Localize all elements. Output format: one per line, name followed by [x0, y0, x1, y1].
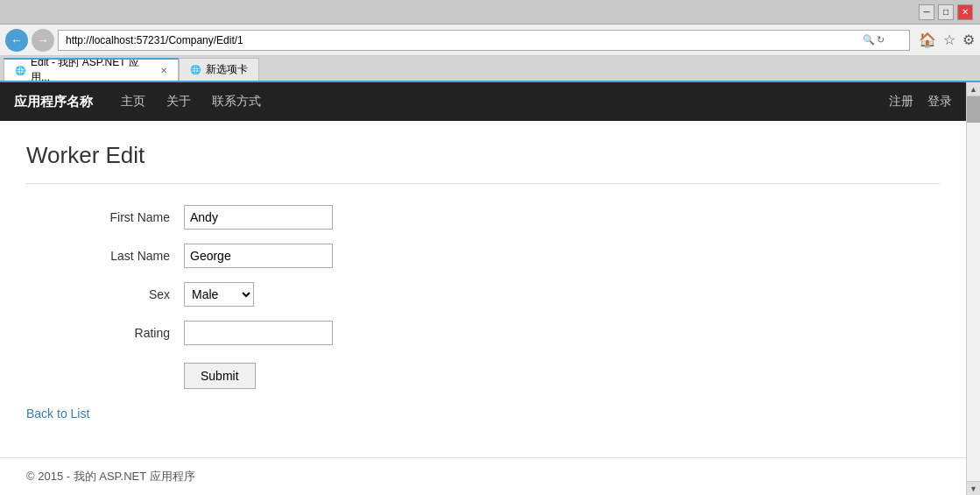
- footer-text: © 2015 - 我的 ASP.NET 应用程序: [26, 470, 195, 483]
- maximize-button[interactable]: □: [938, 4, 954, 20]
- toolbar-right: 🏠 ☆ ⚙: [919, 32, 975, 48]
- nav-about[interactable]: 关于: [166, 94, 191, 110]
- submit-row: Submit: [26, 359, 940, 389]
- settings-icon[interactable]: ⚙: [962, 32, 975, 48]
- page-footer: © 2015 - 我的 ASP.NET 应用程序: [0, 457, 966, 495]
- first-name-row: First Name: [26, 205, 940, 230]
- main-page: Worker Edit First Name Last Name Sex Mal…: [0, 121, 966, 457]
- tab-edit[interactable]: 🌐 Edit - 我的 ASP.NET 应用... ✕: [4, 58, 179, 81]
- first-name-label: First Name: [26, 210, 184, 224]
- tab-label-new: 新选项卡: [206, 62, 248, 77]
- browser-tabs: 🌐 Edit - 我的 ASP.NET 应用... ✕ 🌐 新选项卡: [0, 56, 980, 82]
- nav-contact[interactable]: 联系方式: [212, 94, 261, 110]
- nav-register[interactable]: 注册: [889, 94, 913, 110]
- tab-new[interactable]: 🌐 新选项卡: [179, 58, 259, 81]
- sex-row: Sex Male Female: [26, 282, 940, 307]
- browser-toolbar: ← → 🔍 ↻ 🏠 ☆ ⚙: [0, 25, 980, 56]
- sex-select[interactable]: Male Female: [184, 282, 254, 307]
- refresh-icon[interactable]: ↻: [877, 34, 885, 46]
- scrollbar-thumb[interactable]: [967, 96, 980, 123]
- last-name-row: Last Name: [26, 244, 940, 268]
- page-content: 应用程序名称 主页 关于 联系方式 注册 登录 Worker Edit Firs…: [0, 82, 966, 495]
- browser-titlebar: ─ □ ✕: [0, 0, 980, 25]
- app-navbar: 应用程序名称 主页 关于 联系方式 注册 登录: [0, 82, 966, 121]
- url-input[interactable]: [66, 34, 859, 46]
- back-button[interactable]: ←: [5, 29, 28, 52]
- app-brand: 应用程序名称: [14, 94, 93, 110]
- window-controls[interactable]: ─ □ ✕: [919, 4, 973, 20]
- back-to-list-link[interactable]: Back to List: [26, 407, 940, 421]
- tab-label-edit: Edit - 我的 ASP.NET 应用...: [31, 58, 152, 81]
- address-bar[interactable]: 🔍 ↻: [58, 30, 910, 51]
- scrollbar-down[interactable]: ▼: [967, 481, 980, 495]
- divider: [26, 183, 940, 184]
- minimize-button[interactable]: ─: [919, 4, 934, 20]
- home-icon[interactable]: 🏠: [919, 32, 936, 48]
- search-icon[interactable]: 🔍: [863, 34, 875, 46]
- last-name-input[interactable]: [184, 244, 333, 268]
- close-button[interactable]: ✕: [957, 4, 973, 20]
- first-name-input[interactable]: [184, 205, 333, 230]
- page-title: Worker Edit: [26, 142, 940, 169]
- sex-label: Sex: [26, 287, 184, 301]
- submit-button[interactable]: Submit: [184, 363, 256, 389]
- tab-icon-new: 🌐: [190, 65, 201, 74]
- rating-row: Rating: [26, 321, 940, 345]
- worker-edit-form: First Name Last Name Sex Male Female Rat…: [26, 205, 940, 421]
- tab-icon-edit: 🌐: [15, 66, 25, 75]
- navbar-right: 注册 登录: [889, 94, 952, 110]
- tab-close-edit[interactable]: ✕: [160, 66, 167, 75]
- star-icon[interactable]: ☆: [943, 32, 955, 48]
- last-name-label: Last Name: [26, 249, 184, 263]
- forward-button[interactable]: →: [32, 29, 54, 52]
- nav-login[interactable]: 登录: [927, 94, 952, 110]
- scrollbar-up[interactable]: ▲: [967, 82, 980, 96]
- nav-home[interactable]: 主页: [121, 94, 145, 110]
- browser-body: 应用程序名称 主页 关于 联系方式 注册 登录 Worker Edit Firs…: [0, 82, 980, 495]
- rating-label: Rating: [26, 326, 184, 340]
- scrollbar[interactable]: ▲ ▼: [966, 82, 980, 495]
- rating-input[interactable]: [184, 321, 333, 345]
